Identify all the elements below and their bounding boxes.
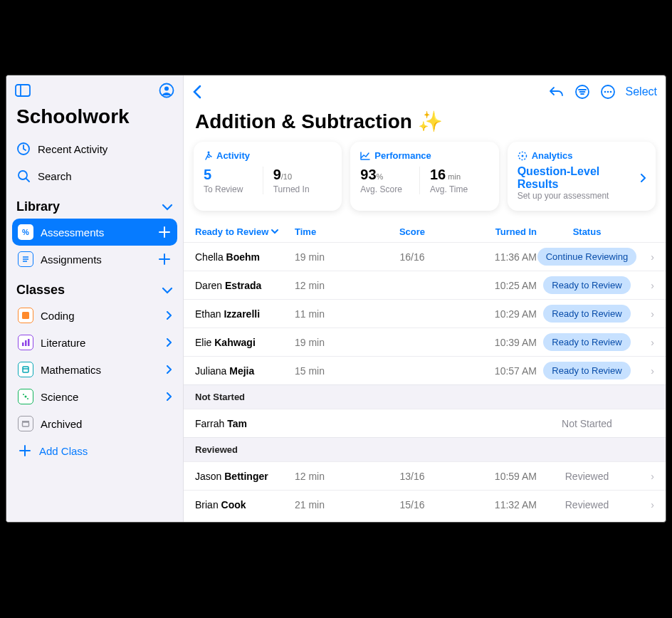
to-review-value: 5 (204, 167, 211, 182)
status-badge[interactable]: Ready to Review (543, 333, 630, 351)
avg-time-value: 16 (430, 167, 446, 182)
svg-rect-0 (16, 85, 30, 96)
code-icon (18, 308, 33, 323)
atom-icon (18, 389, 33, 404)
sidebar-item-label: Assignments (41, 253, 102, 266)
target-icon (518, 151, 527, 161)
add-assessment-button[interactable] (157, 225, 172, 239)
svg-point-28 (607, 91, 609, 93)
table-row[interactable]: Chella Boehm 19 min 16/16 11:36 AM Conti… (184, 242, 666, 271)
more-button[interactable] (600, 84, 616, 100)
avg-time-label: Avg. Time (430, 184, 489, 194)
card-activity[interactable]: Activity 5 To Review 9/10 Turned In (194, 142, 342, 211)
filter-button[interactable] (574, 84, 590, 100)
percent-icon: % (18, 224, 33, 240)
table-row[interactable]: Ethan Izzarelli 11 min 10:29 AM Ready to… (184, 299, 666, 328)
panel-toggle-icon[interactable] (15, 83, 31, 98)
back-button[interactable] (192, 85, 202, 99)
svg-rect-21 (22, 421, 29, 422)
svg-rect-20 (23, 422, 29, 426)
svg-rect-12 (22, 342, 24, 346)
table-row[interactable]: Brian Cook 21 min 15/16 11:32 AM Reviewe… (184, 490, 666, 518)
svg-point-30 (208, 151, 210, 153)
app-title: Schoolwork (6, 101, 183, 135)
sidebar-item-label: Mathematics (41, 364, 101, 376)
sidebar-item-label: Recent Activity (38, 143, 107, 155)
chevron-right-icon: › (637, 251, 654, 263)
chevron-right-icon: › (637, 471, 654, 482)
table-row[interactable]: Elie Kahwagi 19 min 10:39 AM Ready to Re… (184, 328, 666, 356)
turned-in-value: 9 (273, 167, 281, 182)
table-row[interactable]: Jason Bettinger 12 min 13/16 10:59 AM Re… (184, 461, 666, 490)
avg-score-label: Avg. Score (360, 184, 419, 194)
chevron-right-icon (166, 338, 172, 347)
card-analytics[interactable]: Analytics Question-Level Results Set up … (508, 142, 656, 211)
toolbar: Select (184, 75, 666, 105)
chevron-right-icon (640, 174, 646, 182)
sidebar-item-archived[interactable]: Archived (12, 410, 177, 437)
column-turned-in[interactable]: Turned In (451, 226, 537, 237)
sidebar-item-coding[interactable]: Coding (12, 302, 177, 329)
sidebar-item-science[interactable]: Science (12, 383, 177, 410)
svg-point-18 (23, 394, 24, 395)
status-badge[interactable]: Ready to Review (543, 305, 630, 323)
card-performance[interactable]: Performance 93% Avg. Score 16 min Avg. T… (350, 142, 498, 211)
profile-icon[interactable] (159, 83, 174, 98)
undo-button[interactable] (549, 85, 565, 98)
svg-text:%: % (22, 228, 29, 236)
chart-icon (360, 152, 370, 160)
table-row[interactable]: Daren Estrada 12 min 10:25 AM Ready to R… (184, 271, 666, 299)
chevron-right-icon (166, 365, 172, 374)
select-button[interactable]: Select (626, 85, 657, 98)
doc-list-icon (18, 251, 33, 267)
app-window: Schoolwork Recent Activity Search Librar… (6, 75, 666, 523)
sidebar-item-label: Add Class (39, 445, 88, 457)
analytics-subtitle: Set up your assessment (518, 191, 646, 201)
add-assignment-button[interactable] (157, 252, 172, 266)
column-time[interactable]: Time (295, 226, 373, 237)
turned-in-label: Turned In (273, 184, 332, 194)
section-reviewed: Reviewed (184, 437, 666, 461)
status-text: Reviewed (537, 471, 637, 482)
sidebar-add-class[interactable]: Add Class (12, 437, 177, 464)
sidebar-item-assignments[interactable]: Assignments (12, 246, 177, 273)
column-status[interactable]: Status (537, 226, 637, 237)
status-badge[interactable]: Ready to Review (543, 362, 630, 379)
table-header: Ready to Review Time Score Turned In Sta… (184, 221, 666, 242)
sidebar-item-mathematics[interactable]: Mathematics (12, 356, 177, 383)
section-not-started: Not Started (184, 384, 666, 409)
sidebar: Schoolwork Recent Activity Search Librar… (6, 75, 184, 522)
sidebar-section-classes[interactable]: Classes (6, 273, 183, 302)
sidebar-item-label: Assessments (41, 226, 104, 239)
svg-line-6 (26, 179, 29, 182)
svg-rect-13 (25, 340, 27, 346)
sidebar-item-label: Search (38, 170, 72, 182)
sidebar-recent-activity[interactable]: Recent Activity (6, 135, 183, 162)
sidebar-item-label: Coding (41, 310, 75, 322)
chevron-down-icon (162, 204, 173, 211)
svg-point-32 (521, 154, 523, 157)
status-text: Reviewed (537, 499, 637, 510)
to-review-label: To Review (204, 184, 263, 194)
svg-point-5 (19, 171, 27, 179)
sidebar-item-label: Archived (41, 418, 82, 430)
column-ready-to-review[interactable]: Ready to Review (195, 226, 295, 237)
table-row[interactable]: Juliana Mejia 15 min 10:57 AM Ready to R… (184, 356, 666, 384)
column-score[interactable]: Score (373, 226, 451, 237)
sidebar-item-assessments[interactable]: % Assessments (12, 219, 177, 246)
sidebar-search[interactable]: Search (6, 162, 183, 189)
table-row[interactable]: Farrah Tam Not Started (184, 409, 666, 437)
status-text: Not Started (537, 418, 637, 429)
main-area: Select Addition & Subtraction ✨ Activity… (184, 75, 666, 522)
analytics-title: Question-Level Results (518, 165, 640, 191)
students-table: Ready to Review Time Score Turned In Sta… (184, 221, 666, 522)
clock-icon (16, 142, 31, 156)
avg-score-value: 93 (360, 167, 376, 182)
sidebar-section-library[interactable]: Library (6, 189, 183, 219)
sidebar-item-literature[interactable]: Literature (12, 329, 177, 356)
chevron-down-icon (162, 287, 173, 294)
status-badge[interactable]: Continue Reviewing (537, 248, 637, 266)
status-badge[interactable]: Ready to Review (543, 276, 630, 294)
chevron-right-icon: › (637, 365, 654, 377)
svg-point-29 (609, 91, 611, 93)
